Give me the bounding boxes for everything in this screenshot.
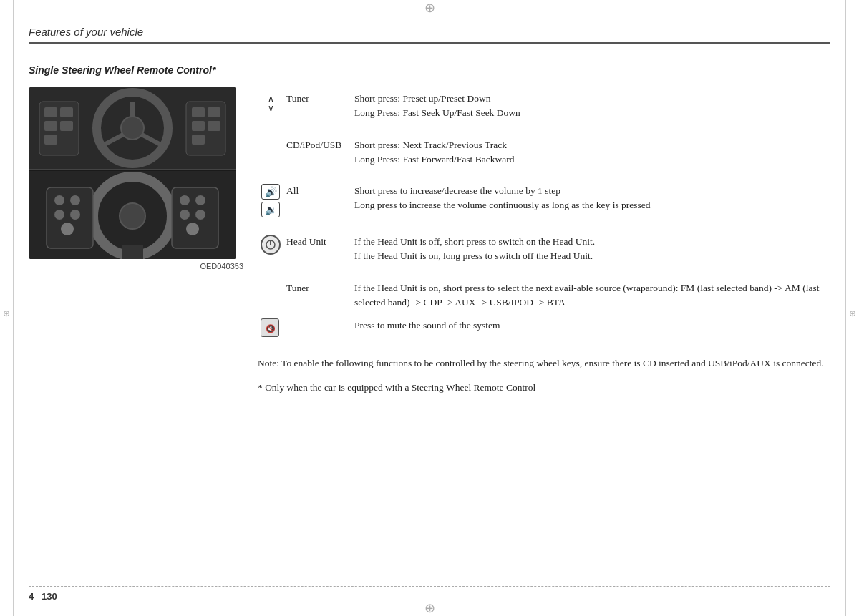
table-row: CD/iPod/USB Short press: Next Track/Prev… [258, 134, 830, 172]
mute-icon: 🔇 [261, 318, 279, 337]
svg-rect-35 [122, 245, 143, 259]
left-column: OED040353 [29, 87, 243, 270]
controls-table: ∧ ∨ Tuner Short press: Preset up/Preset … [258, 87, 830, 341]
svg-rect-17 [208, 107, 220, 117]
table-row: 🔇 Press to mute the sound of the system [258, 314, 830, 341]
right-column: ∧ ∨ Tuner Short press: Preset up/Preset … [258, 87, 830, 404]
image-caption: OED040353 [29, 262, 243, 270]
label-tuner: Tuner [283, 87, 351, 125]
desc-all: Short press to increase/decrease the vol… [351, 180, 830, 222]
content-columns: OED040353 ∧ ∨ Tuner [29, 87, 830, 404]
svg-rect-10 [44, 135, 57, 145]
side-mark-left: ⊕ [3, 308, 10, 319]
svg-point-25 [195, 195, 205, 205]
side-mark-right: ⊕ [849, 308, 856, 319]
label-all: All [283, 180, 351, 222]
svg-point-3 [121, 117, 144, 140]
power-icon [261, 235, 281, 255]
spacer-row-2 [258, 171, 830, 180]
header-title: Features of your vehicle [29, 26, 830, 41]
svg-rect-14 [192, 107, 205, 117]
page-border-right [845, 0, 846, 616]
spacer-row-3 [258, 222, 830, 230]
label-cd: CD/iPod/USB [283, 134, 351, 172]
svg-point-34 [61, 223, 74, 235]
table-row: Tuner If the Head Unit is on, short pres… [258, 277, 830, 315]
section-title: Single Steering Wheel Remote Control* [29, 64, 830, 76]
svg-point-22 [120, 203, 145, 229]
icon-cell-headunit [258, 230, 283, 268]
table-row: Head Unit If the Head Unit is off, short… [258, 230, 830, 268]
table-row: ∧ ∨ Tuner Short press: Preset up/Preset … [258, 87, 830, 125]
table-row: 🔊 🔉 All Short press to increase/decrease… [258, 180, 830, 222]
footer-chapter: 4 [29, 591, 34, 602]
volume-down-icon: 🔉 [261, 202, 280, 217]
volume-up-icon: 🔊 [261, 184, 280, 200]
spacer-row-1 [258, 125, 830, 134]
label-mute [283, 314, 351, 341]
svg-rect-18 [208, 121, 220, 131]
svg-rect-15 [192, 121, 205, 131]
desc-headunit: If the Head Unit is off, short press to … [351, 230, 830, 268]
icon-cell-cd [258, 134, 283, 172]
svg-rect-23 [172, 187, 218, 248]
svg-text:🔇: 🔇 [266, 323, 276, 333]
svg-point-28 [186, 223, 199, 235]
chevron-icon: ∧ ∨ [268, 94, 274, 113]
steering-wheel-image [29, 87, 236, 259]
svg-point-30 [54, 195, 64, 205]
svg-rect-29 [47, 187, 93, 248]
svg-point-27 [195, 210, 205, 220]
icon-cell-volume: 🔊 🔉 [258, 180, 283, 222]
svg-point-33 [70, 210, 80, 220]
svg-rect-12 [60, 121, 73, 131]
main-content: Single Steering Wheel Remote Control* [29, 57, 830, 580]
svg-rect-9 [44, 121, 57, 131]
footer-dash-line [29, 586, 830, 587]
icon-cell-tuner: ∧ ∨ [258, 87, 283, 125]
desc-tuner2: If the Head Unit is on, short press to s… [351, 277, 830, 315]
notes-section: Note: To enable the following functions … [258, 356, 830, 395]
svg-rect-8 [44, 107, 57, 117]
page-footer: 4 130 [29, 586, 830, 602]
footer-page: 130 [42, 591, 57, 602]
svg-rect-16 [192, 135, 205, 145]
icon-cell-mute: 🔇 [258, 314, 283, 341]
header-line [29, 42, 830, 44]
svg-point-26 [180, 210, 190, 220]
top-center-mark: ⊕ [424, 0, 435, 16]
desc-mute: Press to mute the sound of the system [351, 314, 830, 341]
label-tuner2: Tuner [283, 277, 351, 315]
label-headunit: Head Unit [283, 230, 351, 268]
desc-cd: Short press: Next Track/Previous Track L… [351, 134, 830, 172]
page-header: Features of your vehicle [29, 26, 830, 44]
svg-point-31 [70, 195, 80, 205]
svg-point-24 [180, 195, 190, 205]
note-2: * Only when the car is equipped with a S… [258, 380, 830, 396]
bottom-center-mark: ⊕ [424, 600, 435, 616]
desc-tuner: Short press: Preset up/Preset Down Long … [351, 87, 830, 125]
page-border-left [13, 0, 14, 616]
svg-point-32 [54, 210, 64, 220]
icon-cell-tuner2 [258, 277, 283, 315]
spacer-row-4 [258, 268, 830, 277]
svg-rect-11 [60, 107, 73, 117]
note-1: Note: To enable the following functions … [258, 356, 830, 371]
